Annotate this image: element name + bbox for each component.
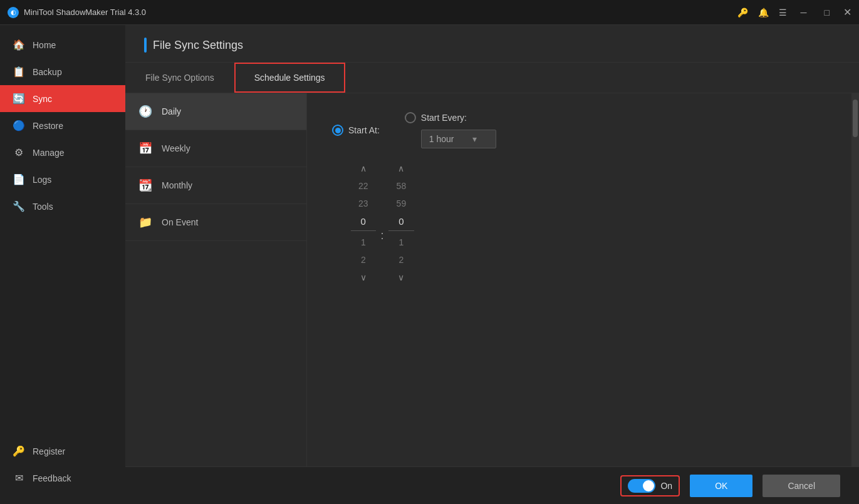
option-weekly-label: Weekly	[162, 143, 190, 153]
time-picker: ∧ 22 23 0 1 2 ∨ : ∧ 58 59	[348, 161, 826, 285]
maximize-button[interactable]: □	[821, 6, 833, 19]
hour-down-arrow[interactable]: ∨	[350, 270, 377, 285]
main-content: File Sync Settings File Sync Options Sch…	[125, 25, 859, 504]
backup-icon: 📋	[13, 66, 25, 78]
sidebar-item-restore[interactable]: 🔵 Restore	[0, 112, 125, 139]
scrollbar[interactable]	[851, 93, 859, 466]
toggle-track[interactable]	[628, 479, 655, 493]
scrollbar-thumb[interactable]	[853, 100, 858, 137]
main-panel: 🕐 Daily 📅 Weekly 📆 Monthly 📁 On Event	[125, 93, 859, 466]
toggle-wrapper[interactable]: On	[620, 475, 680, 496]
sidebar-label-restore: Restore	[33, 121, 63, 131]
hour-minus2: 22	[348, 178, 378, 193]
toggle-label: On	[660, 481, 672, 491]
minute-down-arrow[interactable]: ∨	[388, 270, 414, 285]
sidebar-bottom: 🔑 Register ✉ Feedback	[0, 438, 125, 504]
register-icon: 🔑	[13, 445, 25, 457]
close-button[interactable]: ✕	[843, 6, 851, 18]
home-icon: 🏠	[13, 39, 25, 51]
hour-current[interactable]: 0	[351, 213, 376, 231]
start-every-dropdown[interactable]: 1 hour ▾	[421, 130, 496, 148]
weekly-icon: 📅	[138, 141, 153, 155]
sidebar: 🏠 Home 📋 Backup 🔄 Sync 🔵 Restore ⚙ Manag…	[0, 25, 125, 504]
restore-icon: 🔵	[13, 120, 25, 131]
tab-file-sync-options[interactable]: File Sync Options	[125, 63, 234, 93]
sidebar-label-tools: Tools	[33, 202, 53, 212]
sidebar-label-feedback: Feedback	[33, 473, 71, 483]
dropdown-value: 1 hour	[429, 134, 454, 144]
sidebar-item-home[interactable]: 🏠 Home	[0, 31, 125, 58]
sidebar-item-manage[interactable]: ⚙ Manage	[0, 139, 125, 166]
start-at-option[interactable]: Start At:	[332, 125, 380, 136]
minute-minus1: 59	[387, 196, 417, 211]
page-title: File Sync Settings	[153, 39, 243, 52]
title-bar-left: ◐ MiniTool ShadowMaker Trial 4.3.0	[8, 7, 146, 18]
on-event-icon: 📁	[138, 215, 153, 229]
feedback-icon: ✉	[13, 472, 25, 484]
cancel-button[interactable]: Cancel	[763, 475, 840, 497]
minute-minus2: 58	[387, 178, 417, 193]
hour-minus1: 23	[348, 196, 378, 211]
option-monthly-label: Monthly	[162, 180, 192, 190]
hour-plus2: 2	[351, 252, 376, 267]
sidebar-item-backup[interactable]: 📋 Backup	[0, 58, 125, 85]
start-at-label: Start At:	[348, 125, 380, 135]
bell-icon[interactable]: 🔔	[758, 8, 769, 18]
option-daily-label: Daily	[162, 106, 181, 116]
option-weekly[interactable]: 📅 Weekly	[125, 130, 306, 167]
daily-icon: 🕐	[138, 105, 153, 118]
minute-plus1: 1	[388, 235, 414, 250]
minute-current[interactable]: 0	[388, 213, 414, 231]
app-body: 🏠 Home 📋 Backup 🔄 Sync 🔵 Restore ⚙ Manag…	[0, 25, 859, 504]
tools-icon: 🔧	[13, 200, 25, 212]
app-title: MiniTool ShadowMaker Trial 4.3.0	[24, 8, 146, 17]
menu-icon[interactable]: ☰	[779, 8, 787, 18]
sidebar-label-manage: Manage	[33, 148, 65, 158]
schedule-radio-row: Start At: Start Every: 1 hour ▾	[332, 112, 826, 148]
sidebar-label-home: Home	[33, 40, 56, 50]
tab-schedule-settings[interactable]: Schedule Settings	[234, 63, 345, 93]
sidebar-label-sync: Sync	[33, 94, 52, 104]
dropdown-arrow-icon: ▾	[472, 134, 477, 144]
start-every-radio[interactable]	[405, 112, 416, 123]
sidebar-label-backup: Backup	[33, 67, 62, 77]
time-colon: :	[378, 229, 387, 242]
key-icon[interactable]: 🔑	[737, 8, 748, 18]
sidebar-item-logs[interactable]: 📄 Logs	[0, 166, 125, 193]
option-on-event-label: On Event	[162, 217, 198, 227]
logs-icon: 📄	[13, 173, 25, 185]
sync-icon: 🔄	[13, 93, 25, 105]
option-on-event[interactable]: 📁 On Event	[125, 204, 306, 241]
title-bar-controls: 🔑 🔔 ☰ ─ □ ✕	[737, 6, 851, 19]
monthly-icon: 📆	[138, 178, 153, 192]
hour-plus1: 1	[351, 235, 376, 250]
hour-column: ∧ 22 23 0 1 2 ∨	[348, 161, 378, 285]
sidebar-label-register: Register	[33, 446, 65, 456]
option-monthly[interactable]: 📆 Monthly	[125, 167, 306, 204]
minimize-button[interactable]: ─	[797, 6, 811, 19]
ok-button[interactable]: OK	[690, 475, 752, 497]
toggle-thumb	[643, 480, 654, 491]
start-at-radio[interactable]	[332, 125, 343, 136]
minute-up-arrow[interactable]: ∧	[388, 161, 414, 176]
sidebar-item-sync[interactable]: 🔄 Sync	[0, 85, 125, 112]
start-every-group: Start Every: 1 hour ▾	[405, 112, 496, 148]
title-bar: ◐ MiniTool ShadowMaker Trial 4.3.0 🔑 🔔 ☰…	[0, 0, 859, 25]
start-every-label: Start Every:	[421, 113, 467, 123]
sidebar-item-feedback[interactable]: ✉ Feedback	[0, 465, 125, 491]
hour-up-arrow[interactable]: ∧	[350, 161, 377, 176]
minute-column: ∧ 58 59 0 1 2 ∨	[387, 161, 417, 285]
bottom-bar: On OK Cancel	[125, 466, 859, 504]
sidebar-item-register[interactable]: 🔑 Register	[0, 438, 125, 465]
app-icon: ◐	[8, 7, 19, 18]
tabs-area: File Sync Options Schedule Settings	[125, 63, 859, 93]
start-every-option[interactable]: Start Every:	[405, 112, 496, 123]
minute-plus2: 2	[388, 252, 414, 267]
sidebar-item-tools[interactable]: 🔧 Tools	[0, 193, 125, 220]
schedule-settings-panel: Start At: Start Every: 1 hour ▾	[307, 93, 851, 466]
option-daily[interactable]: 🕐 Daily	[125, 93, 306, 130]
header-accent-bar	[144, 38, 147, 53]
options-list: 🕐 Daily 📅 Weekly 📆 Monthly 📁 On Event	[125, 93, 307, 466]
manage-icon: ⚙	[13, 147, 25, 158]
sidebar-label-logs: Logs	[33, 175, 51, 185]
